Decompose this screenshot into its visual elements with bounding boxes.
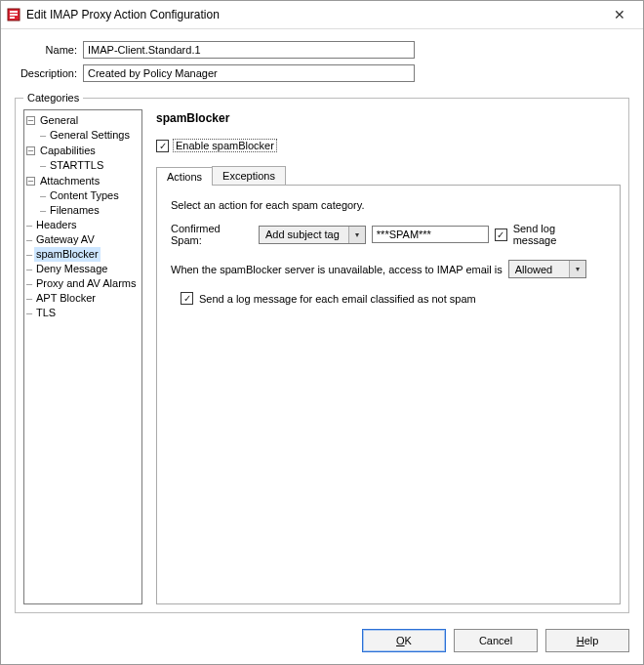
dialog-buttons: OK Cancel Help bbox=[1, 619, 643, 664]
tree-node-content-types[interactable]: –Content Types bbox=[40, 188, 121, 203]
settings-panel: spamBlocker Enable spamBlocker Actions E… bbox=[142, 109, 621, 604]
tree-node-spamblocker[interactable]: –spamBlocker bbox=[26, 247, 101, 262]
help-button[interactable]: Help bbox=[545, 629, 629, 652]
ok-button[interactable]: OK bbox=[362, 629, 446, 652]
description-input[interactable] bbox=[83, 64, 415, 82]
not-spam-log-label: Send a log message for each email classi… bbox=[199, 293, 476, 305]
tree-node-capabilities[interactable]: – Capabilities bbox=[26, 144, 98, 158]
chevron-down-icon: ▾ bbox=[348, 227, 365, 243]
tree-node-tls[interactable]: –TLS bbox=[26, 306, 58, 320]
name-input[interactable] bbox=[83, 41, 415, 59]
close-button[interactable]: ✕ bbox=[600, 3, 639, 26]
unavailable-row: When the spamBlocker server is unavailab… bbox=[171, 260, 606, 278]
confirmed-spam-row: Confirmed Spam: Add subject tag ▾ Send l… bbox=[171, 223, 606, 246]
unavailable-text: When the spamBlocker server is unavailab… bbox=[171, 264, 503, 275]
collapse-icon[interactable]: – bbox=[26, 146, 35, 155]
name-label: Name: bbox=[17, 44, 83, 56]
header-form: Name: Description: bbox=[1, 29, 643, 92]
not-spam-log-row: Send a log message for each email classi… bbox=[181, 292, 606, 305]
send-log-checkbox[interactable] bbox=[495, 229, 507, 241]
send-log-label: Send log message bbox=[513, 223, 600, 246]
confirmed-spam-label: Confirmed Spam: bbox=[171, 223, 253, 246]
tree-node-general[interactable]: – General bbox=[26, 113, 80, 128]
tree-node-headers[interactable]: –Headers bbox=[26, 218, 79, 232]
confirmed-spam-tag-input[interactable] bbox=[372, 226, 489, 243]
collapse-icon[interactable]: – bbox=[26, 116, 35, 125]
titlebar: Edit IMAP Proxy Action Configuration ✕ bbox=[1, 1, 643, 29]
tree-node-starttls[interactable]: –STARTTLS bbox=[40, 158, 105, 173]
tabs: Actions Exceptions bbox=[156, 166, 621, 185]
tab-actions[interactable]: Actions bbox=[156, 167, 213, 186]
cancel-button[interactable]: Cancel bbox=[454, 629, 538, 652]
tab-exceptions[interactable]: Exceptions bbox=[212, 166, 286, 185]
tree-node-attachments[interactable]: – Attachments bbox=[26, 174, 101, 188]
categories-legend: Categories bbox=[23, 92, 83, 104]
tree-node-general-settings[interactable]: –General Settings bbox=[40, 128, 132, 143]
enable-spamblocker-label: Enable spamBlocker bbox=[173, 139, 277, 152]
enable-spamblocker-checkbox[interactable] bbox=[156, 140, 169, 152]
description-label: Description: bbox=[17, 67, 83, 79]
app-icon bbox=[7, 8, 20, 21]
tree-node-apt-blocker[interactable]: –APT Blocker bbox=[26, 291, 98, 306]
tree-node-filenames[interactable]: –Filenames bbox=[40, 203, 101, 218]
not-spam-log-checkbox[interactable] bbox=[181, 292, 193, 305]
svg-rect-1 bbox=[10, 11, 18, 13]
confirmed-spam-action-combo[interactable]: Add subject tag ▾ bbox=[259, 226, 366, 244]
categories-tree[interactable]: – General –General Settings – Capabiliti… bbox=[23, 109, 142, 604]
tree-node-proxy-av-alarms[interactable]: –Proxy and AV Alarms bbox=[26, 276, 139, 291]
collapse-icon[interactable]: – bbox=[26, 177, 35, 186]
categories-group: Categories – General –General Settings bbox=[15, 92, 629, 613]
window-title: Edit IMAP Proxy Action Configuration bbox=[26, 8, 600, 21]
unavailable-action-combo[interactable]: Allowed ▾ bbox=[508, 260, 586, 278]
chevron-down-icon: ▾ bbox=[569, 261, 585, 277]
dialog-window: Edit IMAP Proxy Action Configuration ✕ N… bbox=[0, 0, 644, 665]
panel-title: spamBlocker bbox=[156, 111, 621, 125]
svg-rect-3 bbox=[10, 17, 15, 19]
tree-node-gateway-av[interactable]: –Gateway AV bbox=[26, 232, 97, 247]
enable-spamblocker-row: Enable spamBlocker bbox=[156, 139, 621, 152]
tree-node-deny-message[interactable]: –Deny Message bbox=[26, 262, 109, 276]
tab-panel-actions: Select an action for each spam category.… bbox=[156, 185, 621, 604]
svg-rect-2 bbox=[10, 14, 18, 16]
close-icon: ✕ bbox=[614, 7, 625, 22]
instructions-text: Select an action for each spam category. bbox=[171, 199, 606, 211]
